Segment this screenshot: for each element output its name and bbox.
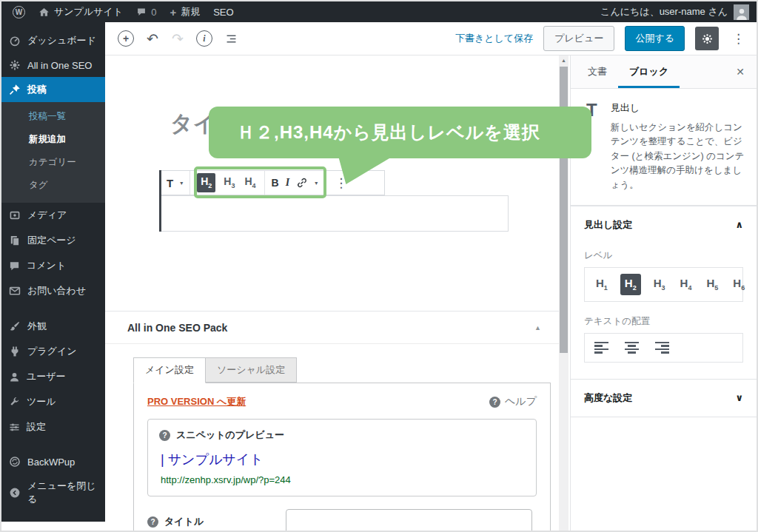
sidebar-item-comments[interactable]: コメント xyxy=(1,253,105,278)
pro-version-link[interactable]: PRO VERSION へ更新 xyxy=(147,395,246,408)
wordpress-logo-menu[interactable]: W xyxy=(6,1,32,22)
sidebar-item-label: プラグイン xyxy=(27,345,77,358)
sidebar-item-label: ユーザー xyxy=(27,370,66,383)
site-name-label: サンプルサイト xyxy=(54,5,123,18)
snippet-preview-box: ? スニペットのプレビュー | サンプルサイト http://zenhp.xsr… xyxy=(147,419,537,496)
admin-bar-seo[interactable]: SEO xyxy=(207,1,240,22)
annotation-tooltip: Ｈ２,H3,H4から見出しレベルを選択 xyxy=(209,107,591,158)
annotation-tooltip-text: Ｈ２,H3,H4から見出しレベルを選択 xyxy=(237,121,540,144)
sliders-icon xyxy=(9,422,20,433)
submenu-item-categories[interactable]: カテゴリー xyxy=(1,151,105,174)
plus-icon: + xyxy=(170,6,176,18)
submenu-item-post-list[interactable]: 投稿一覧 xyxy=(1,105,105,128)
sidebar-item-label: All in One SEO xyxy=(27,60,92,71)
level-h4-button[interactable]: H4 xyxy=(678,275,694,294)
redo-button[interactable]: ↷ xyxy=(172,32,184,46)
sidebar-item-label: 外観 xyxy=(27,320,47,333)
help-label: ヘルプ xyxy=(505,395,537,408)
question-mark-icon[interactable]: ? xyxy=(147,516,158,528)
sidebar-item-plugins[interactable]: プラグイン xyxy=(1,339,105,364)
sidebar-item-label: メディア xyxy=(27,209,67,222)
annotation-highlight-box xyxy=(194,166,326,198)
block-card: T 見出し 新しいセクションを紹介しコンテンツを整理することで、ビジター (と検… xyxy=(571,89,757,206)
help-link[interactable]: ? ヘルプ xyxy=(489,395,537,408)
settings-gear-button[interactable] xyxy=(695,27,719,50)
level-h2-button[interactable]: H2 xyxy=(620,274,641,295)
sidebar-item-media[interactable]: メディア xyxy=(1,203,105,228)
brush-icon xyxy=(9,320,21,332)
heading-settings-title: 見出し設定 xyxy=(584,218,632,232)
question-mark-icon[interactable]: ? xyxy=(159,430,170,441)
gear-icon xyxy=(9,59,21,71)
admin-bar-site-link[interactable]: サンプルサイト xyxy=(32,1,130,22)
publish-button[interactable]: 公開する xyxy=(625,26,685,51)
level-h1-button[interactable]: H1 xyxy=(594,275,610,294)
tab-document[interactable]: 文書 xyxy=(577,55,618,88)
tab-social-settings[interactable]: ソーシャル設定 xyxy=(206,357,297,383)
dashboard-icon xyxy=(9,35,21,47)
submenu-item-tags[interactable]: タグ xyxy=(1,174,105,197)
seo-tabs: メイン設定 ソーシャル設定 xyxy=(133,357,551,383)
sidebar-item-contact[interactable]: お問い合わせ xyxy=(1,278,105,303)
block-inserter-button[interactable]: + xyxy=(118,30,134,47)
content-structure-button[interactable]: i xyxy=(196,30,212,47)
chevron-down-icon[interactable]: ▾ xyxy=(180,180,183,186)
scrollbar-up-arrow[interactable]: ▲ xyxy=(559,55,568,65)
block-type-button[interactable]: T xyxy=(167,177,173,189)
comments-bubble-icon xyxy=(136,7,147,17)
comment-icon xyxy=(9,260,20,272)
block-card-title: 見出し xyxy=(611,101,745,115)
advanced-settings-title: 高度な設定 xyxy=(584,391,632,405)
sidebar-item-backwpup[interactable]: BackWPup xyxy=(1,450,105,474)
chevron-up-icon: ∧ xyxy=(735,219,743,230)
level-h5-button[interactable]: H5 xyxy=(704,275,720,294)
sidebar-item-label: 設定 xyxy=(27,420,46,434)
chevron-down-icon: ∨ xyxy=(735,392,743,403)
snippet-url: http://zenhp.xsrv.jp/wp/?p=244 xyxy=(161,474,525,485)
undo-button[interactable]: ↶ xyxy=(147,32,158,46)
tab-main-settings[interactable]: メイン設定 xyxy=(133,357,206,383)
sidebar-item-label: 投稿 xyxy=(27,83,47,96)
close-icon[interactable]: ✕ xyxy=(733,63,748,81)
seo-title-input[interactable] xyxy=(286,509,532,531)
text-align-label: テキストの配置 xyxy=(584,315,743,328)
align-left-icon[interactable] xyxy=(594,342,608,354)
admin-bar-comments[interactable]: 0 xyxy=(130,1,163,22)
screenshot-frame: W サンプルサイト 0 + 新規 SEO こんにちは、user-name さん xyxy=(0,0,758,532)
sidebar-item-dashboard[interactable]: ダッシュボード xyxy=(1,28,105,53)
greeting-text[interactable]: こんにちは、user-name さん xyxy=(600,5,728,18)
sidebar-item-label: お問い合わせ xyxy=(27,284,86,297)
metabox-header[interactable]: All in One SEO Pack ▲ xyxy=(105,312,559,344)
level-h3-button[interactable]: H3 xyxy=(651,275,668,294)
align-center-icon[interactable] xyxy=(625,342,639,354)
seo-label: SEO xyxy=(213,7,233,18)
align-right-icon[interactable] xyxy=(655,342,669,354)
level-h6-button[interactable]: H6 xyxy=(731,275,747,294)
sidebar-item-pages[interactable]: 固定ページ xyxy=(1,228,105,253)
block-navigation-button[interactable] xyxy=(225,33,238,45)
advanced-settings-toggle[interactable]: 高度な設定 ∨ xyxy=(571,380,757,417)
submenu-item-add-new[interactable]: 新規追加 xyxy=(1,128,105,151)
sidebar-item-users[interactable]: ユーザー xyxy=(1,364,105,389)
heading-settings-toggle[interactable]: 見出し設定 ∧ xyxy=(571,206,757,243)
sidebar-item-label: BackWPup xyxy=(27,457,75,468)
sidebar-item-settings[interactable]: 設定 xyxy=(1,414,105,440)
save-draft-link[interactable]: 下書きとして保存 xyxy=(455,32,533,45)
sidebar-item-appearance[interactable]: 外観 xyxy=(1,314,105,339)
sidebar-item-posts[interactable]: 投稿 xyxy=(1,77,105,102)
tab-block[interactable]: ブロック xyxy=(618,55,680,88)
sidebar-item-tools[interactable]: ツール xyxy=(1,389,105,414)
heading-block-content[interactable] xyxy=(159,195,509,232)
more-tools-menu-button[interactable]: ⋮ xyxy=(729,31,748,47)
question-mark-icon: ? xyxy=(489,397,500,408)
preview-button[interactable]: プレビュー xyxy=(543,26,614,51)
admin-bar-new[interactable]: + 新規 xyxy=(163,1,207,22)
sidebar-item-collapse-menu[interactable]: メニューを閉じる xyxy=(1,474,105,512)
collapse-triangle-icon[interactable]: ▲ xyxy=(534,324,541,331)
avatar[interactable] xyxy=(734,4,749,20)
sidebar-item-label: 固定ページ xyxy=(27,234,76,247)
collapse-arrow-icon xyxy=(9,487,21,499)
snippet-title-link[interactable]: | サンプルサイト xyxy=(161,451,525,468)
editor-content-area: + ↶ ↷ i 下書きとして保存 プレビュー 公開する ⋮ タイトル xyxy=(105,22,757,531)
sidebar-item-all-in-one-seo[interactable]: All in One SEO xyxy=(1,53,105,77)
